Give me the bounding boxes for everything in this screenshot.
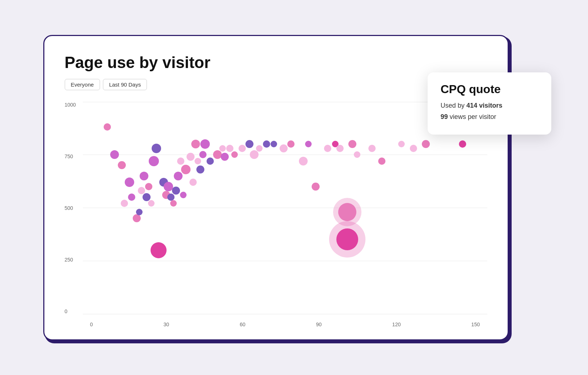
- chart-dot: [136, 209, 143, 215]
- chart-dot: [118, 161, 126, 169]
- tooltip-visitors: Used by 414 visitors: [441, 102, 538, 109]
- chart-dot: [378, 157, 385, 165]
- grid-line-250: [83, 261, 487, 261]
- y-label-500: 500: [65, 205, 79, 211]
- chart-dot: [145, 183, 152, 190]
- chart-dot: [213, 150, 222, 159]
- chart-dot-highlighted: [336, 228, 358, 250]
- x-axis-labels: 0 30 60 90 120 150: [83, 322, 487, 327]
- chart-dot: [245, 140, 253, 148]
- chart-dot: [181, 165, 191, 174]
- x-label-0: 0: [90, 322, 93, 327]
- chart-dot: [151, 242, 167, 258]
- y-label-0: 0: [65, 308, 79, 314]
- chart-dot: [263, 140, 270, 148]
- chart-dot: [336, 145, 344, 152]
- x-label-90: 90: [316, 322, 322, 327]
- tooltip-visitors-label: Used by: [441, 102, 467, 109]
- x-label-30: 30: [163, 322, 169, 327]
- chart-dot: [256, 145, 263, 152]
- chart-dot: [133, 214, 141, 222]
- chart-dot: [422, 140, 430, 148]
- chart-dot: [110, 150, 119, 159]
- chart-dot: [280, 144, 288, 152]
- chart-dot: [191, 140, 200, 148]
- chart-dot: [338, 203, 356, 221]
- chart-dot: [125, 177, 134, 187]
- tooltip-card: CPQ quote Used by 414 visitors 99 views …: [428, 72, 551, 135]
- chart-dot: [174, 172, 183, 180]
- page-title: Page use by visitor: [65, 53, 487, 72]
- chart-dot: [167, 194, 175, 201]
- filter-everyone[interactable]: Everyone: [65, 79, 100, 90]
- chart-dot: [368, 145, 376, 152]
- chart-dot: [398, 141, 405, 147]
- chart-dot: [410, 145, 417, 152]
- tooltip-title: CPQ quote: [441, 83, 538, 96]
- filter-row: Everyone Last 90 Days: [65, 79, 487, 90]
- chart-dot: [299, 157, 308, 165]
- x-label-60: 60: [240, 322, 245, 327]
- chart-dot: [143, 193, 151, 201]
- tooltip-visitors-count: 414 visitors: [467, 102, 503, 109]
- y-axis-labels: 1000 750 500 250 0: [65, 102, 79, 327]
- chart-dot: [221, 153, 229, 161]
- chart-dot: [226, 145, 233, 152]
- main-card: Page use by visitor Everyone Last 90 Day…: [43, 35, 509, 340]
- chart-dot: [200, 139, 210, 149]
- chart-dot: [196, 165, 204, 173]
- chart-dot: [170, 200, 177, 207]
- chart-dot: [348, 140, 356, 148]
- y-label-1000: 1000: [65, 102, 79, 108]
- x-label-120: 120: [392, 322, 401, 327]
- chart-dot: [104, 123, 111, 131]
- card-wrapper: Page use by visitor Everyone Last 90 Day…: [43, 28, 545, 348]
- chart-dot: [459, 140, 466, 148]
- chart-dot: [324, 145, 331, 152]
- grid-line-500: [83, 208, 487, 208]
- chart-dot: [149, 156, 159, 166]
- chart-dot: [219, 145, 226, 152]
- chart-dot: [305, 141, 312, 147]
- chart-dot: [231, 151, 238, 158]
- chart-dot: [271, 141, 277, 147]
- grid-line-0: [83, 314, 487, 314]
- y-label-250: 250: [65, 257, 79, 263]
- chart-dot: [121, 200, 128, 207]
- chart-dot: [354, 151, 360, 158]
- chart-dot: [172, 187, 180, 195]
- grid-line-1000: [83, 102, 487, 102]
- tooltip-views: 99 views per visitor: [441, 113, 538, 121]
- chart-dot: [312, 183, 320, 191]
- y-label-750: 750: [65, 153, 79, 159]
- chart-dot: [152, 144, 161, 153]
- x-label-150: 150: [471, 322, 480, 327]
- chart-dot: [189, 179, 197, 186]
- chart-area: 1000 750 500 250 0 0 30 60 90 120 150: [65, 102, 487, 327]
- chart-dot: [180, 192, 187, 198]
- filter-last-90-days[interactable]: Last 90 Days: [103, 79, 147, 90]
- tooltip-views-count: 99: [441, 113, 448, 120]
- grid-line-750: [83, 155, 487, 155]
- tooltip-views-label: views per visitor: [448, 113, 496, 120]
- chart-dot: [199, 151, 207, 158]
- chart-dot: [250, 150, 259, 159]
- chart-dot: [177, 157, 184, 165]
- chart-dot: [239, 145, 246, 152]
- chart-dot: [287, 140, 295, 148]
- chart-dot: [195, 158, 201, 164]
- chart-dot: [207, 157, 214, 165]
- chart-dot: [128, 194, 135, 201]
- chart-dot: [148, 200, 155, 207]
- chart-dot: [140, 172, 148, 180]
- chart-inner: [83, 102, 487, 314]
- chart-dot: [187, 153, 195, 161]
